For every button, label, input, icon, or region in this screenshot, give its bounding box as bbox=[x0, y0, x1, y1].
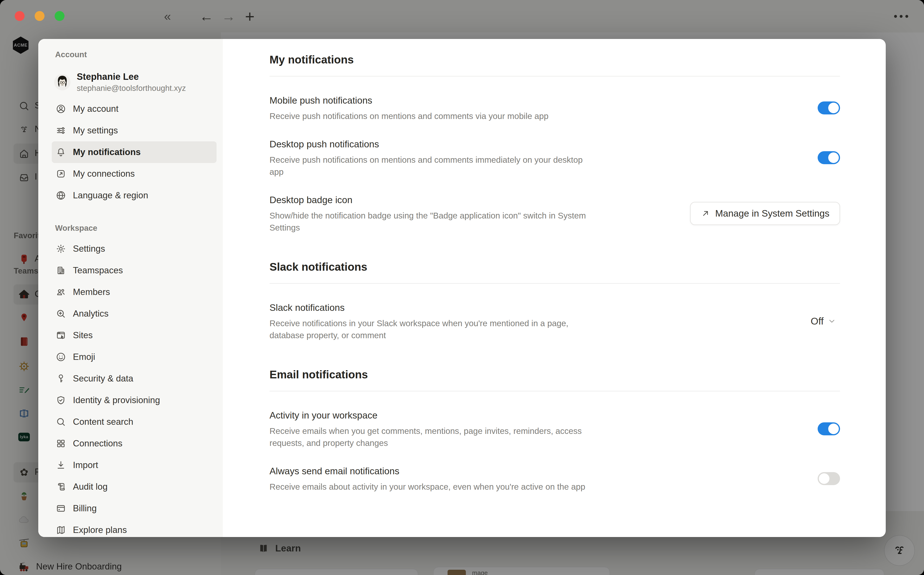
manage-in-system-settings-button[interactable]: Manage in System Settings bbox=[690, 202, 840, 225]
user-name: Stephanie Lee bbox=[77, 71, 186, 82]
account-nav: My accountMy settingsMy notificationsMy … bbox=[52, 98, 217, 206]
setting-description: Receive emails about activity in your wo… bbox=[269, 481, 585, 493]
section-heading: Email notifications bbox=[269, 368, 840, 381]
setting-row-always-send-email-notifications: Always send email notificationsReceive e… bbox=[269, 464, 840, 493]
nav-item-label: My notifications bbox=[73, 147, 141, 157]
settings-nav-identity-provisioning[interactable]: Identity & provisioning bbox=[52, 389, 217, 411]
learn-header: Learn bbox=[258, 543, 301, 554]
settings-nav-analytics[interactable]: Analytics bbox=[52, 303, 217, 324]
workspace-section-label: Workspace bbox=[55, 224, 217, 233]
setting-description: Show/hide the notification badge using t… bbox=[269, 210, 597, 233]
book-icon bbox=[258, 543, 269, 554]
maximize-button[interactable] bbox=[55, 11, 64, 21]
settings-nav-members[interactable]: Members bbox=[52, 281, 217, 303]
globe-icon bbox=[56, 190, 66, 201]
settings-nav-billing[interactable]: Billing bbox=[52, 497, 217, 519]
arrow-up-right-icon bbox=[701, 209, 711, 218]
settings-nav-content-search[interactable]: Content search bbox=[52, 411, 217, 433]
activity-in-your-workspace-toggle[interactable] bbox=[818, 423, 840, 435]
setting-title: Activity in your workspace bbox=[269, 409, 597, 422]
settings-nav-my-settings[interactable]: My settings bbox=[52, 120, 217, 141]
settings-dialog: Account Stephanie Lee stephanie@toolsfor… bbox=[38, 39, 886, 537]
nav-item-label: Security & data bbox=[73, 373, 133, 384]
card-title-fragment: mage bbox=[472, 569, 488, 575]
settings-nav-settings[interactable]: Settings bbox=[52, 238, 217, 260]
sidebar-item-label: New Hire Onboarding bbox=[36, 562, 122, 572]
desktop-push-notifications-toggle[interactable] bbox=[818, 151, 840, 164]
card-icon bbox=[56, 503, 66, 514]
key-icon bbox=[56, 373, 66, 384]
compose-emoji bbox=[18, 384, 30, 396]
settings-nav-import[interactable]: Import bbox=[52, 454, 217, 476]
settings-nav-emoji[interactable]: Emoji bbox=[52, 346, 217, 368]
card-thumbnail bbox=[448, 570, 466, 575]
plant-emoji bbox=[18, 491, 30, 502]
learn-label: Learn bbox=[275, 543, 301, 554]
nav-item-label: Teamspaces bbox=[73, 265, 123, 275]
minimize-button[interactable] bbox=[35, 11, 45, 21]
inbox-icon bbox=[18, 172, 30, 183]
settings-nav-language-region[interactable]: Language & region bbox=[52, 184, 217, 206]
nav-item-label: Identity & provisioning bbox=[73, 395, 160, 405]
setting-row-desktop-push-notifications: Desktop push notificationsReceive push n… bbox=[269, 138, 840, 178]
bell-icon bbox=[56, 147, 66, 157]
new-tab-icon: + bbox=[241, 0, 258, 32]
dropdown-value: Off bbox=[811, 316, 824, 327]
section-divider bbox=[269, 283, 840, 284]
nav-item-label: Members bbox=[73, 287, 110, 297]
button-label: Manage in System Settings bbox=[715, 208, 830, 219]
nav-item-label: My connections bbox=[73, 169, 135, 179]
setting-row-desktop-badge-icon: Desktop badge iconShow/hide the notifica… bbox=[269, 193, 840, 233]
setting-description: Receive notifications in your Slack work… bbox=[269, 317, 597, 342]
settings-nav-my-connections[interactable]: My connections bbox=[52, 163, 217, 184]
user-profile: Stephanie Lee stephanie@toolsforthought.… bbox=[54, 71, 217, 93]
notion-window: « ← → + ••• SNHIFavoritesATeamspacesClyk… bbox=[0, 0, 924, 575]
settings-nav-sites[interactable]: Sites bbox=[52, 324, 217, 346]
sidebar-item-new-hire-onboarding: New Hire Onboarding bbox=[0, 555, 221, 575]
always-send-email-notifications-toggle[interactable] bbox=[818, 472, 840, 485]
setting-title: Desktop push notifications bbox=[269, 138, 597, 151]
section-divider bbox=[269, 391, 840, 391]
mobile-push-notifications-toggle[interactable] bbox=[818, 102, 840, 114]
forward-icon: → bbox=[220, 0, 237, 32]
analytics-icon bbox=[56, 308, 66, 319]
nav-item-label: Language & region bbox=[73, 191, 148, 200]
settings-nav-my-notifications[interactable]: My notifications bbox=[52, 141, 217, 163]
notion-ai-button bbox=[884, 535, 915, 566]
setting-description: Receive push notifications on mentions a… bbox=[269, 154, 597, 178]
settings-nav-audit-log[interactable]: Audit log bbox=[52, 476, 217, 497]
setting-description: Receive emails when you get comments, me… bbox=[269, 425, 597, 449]
user-email: stephanie@toolsforthought.xyz bbox=[77, 83, 186, 93]
nav-item-label: Settings bbox=[73, 244, 105, 254]
section-email-notifications: Email notificationsActivity in your work… bbox=[269, 368, 840, 493]
search-icon bbox=[56, 416, 66, 427]
setting-title: Mobile push notifications bbox=[269, 94, 549, 107]
settings-nav-security-data[interactable]: Security & data bbox=[52, 368, 217, 389]
learn-card bbox=[255, 569, 418, 575]
section-heading: My notifications bbox=[269, 53, 840, 66]
nav-item-label: Analytics bbox=[73, 309, 108, 319]
nav-item-label: Audit log bbox=[73, 482, 108, 492]
more-options-icon: ••• bbox=[882, 0, 922, 32]
sites-icon bbox=[56, 330, 66, 341]
close-button[interactable] bbox=[15, 11, 24, 21]
traffic-lights bbox=[15, 11, 64, 21]
nav-item-label: My settings bbox=[73, 125, 118, 136]
home-icon bbox=[18, 148, 30, 159]
members-icon bbox=[56, 287, 66, 297]
settings-nav-teamspaces[interactable]: Teamspaces bbox=[52, 260, 217, 281]
slack-notifications-dropdown[interactable]: Off bbox=[811, 316, 840, 327]
shield-icon bbox=[56, 395, 66, 405]
settings-content: My notificationsMobile push notification… bbox=[223, 39, 886, 537]
nav-item-label: Emoji bbox=[73, 352, 95, 362]
settings-nav-my-account[interactable]: My account bbox=[52, 98, 217, 120]
section-my-notifications: My notificationsMobile push notification… bbox=[269, 53, 840, 233]
settings-nav-connections[interactable]: Connections bbox=[52, 433, 217, 454]
sidebar-item-label-fragment: I bbox=[35, 172, 37, 182]
search-icon bbox=[18, 100, 30, 112]
setting-row-activity-in-your-workspace: Activity in your workspaceReceive emails… bbox=[269, 409, 840, 449]
avatar bbox=[54, 74, 70, 91]
settings-nav-explore-plans[interactable]: Explore plans bbox=[52, 519, 217, 537]
setting-description: Receive push notifications on mentions a… bbox=[269, 110, 549, 122]
pin-emoji bbox=[18, 312, 30, 324]
